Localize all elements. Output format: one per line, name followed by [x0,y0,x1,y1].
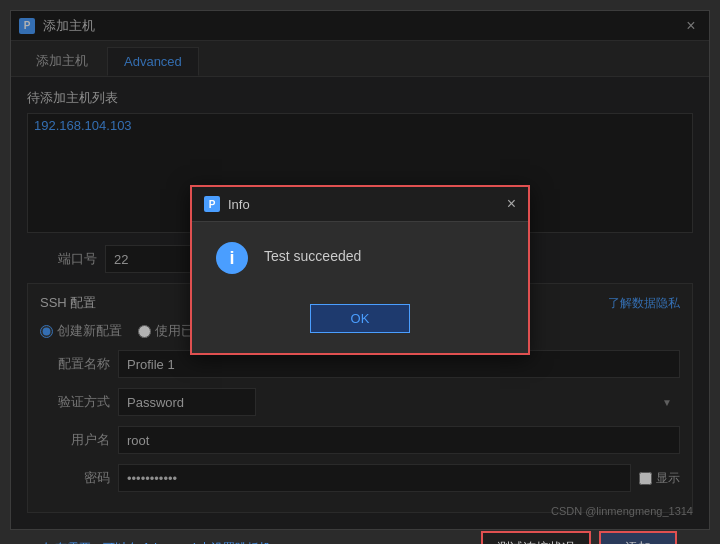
dialog-title-left: P Info [204,196,250,212]
dialog-title-bar: P Info × [192,187,528,222]
dialog-title-text: Info [228,197,250,212]
dialog-body: i Test succeeded [192,222,528,294]
bottom-actions: 测试连接状况 添加 [481,531,677,544]
dialog-close-button[interactable]: × [507,195,516,213]
test-connection-button[interactable]: 测试连接状况 [481,531,591,544]
dialog-footer: OK [192,294,528,353]
confirm-add-button[interactable]: 添加 [599,531,677,544]
ok-button[interactable]: OK [310,304,411,333]
dialog-message: Test succeeded [264,242,361,264]
info-dialog: P Info × i Test succeeded OK [190,185,530,355]
info-icon: i [216,242,248,274]
dialog-app-icon: P [204,196,220,212]
hint-text: 如有需要，可以在 Advanced 中设置跳板机 [43,540,271,545]
dialog-overlay: P Info × i Test succeeded OK [11,11,709,529]
info-icon-label: i [229,248,234,269]
main-window: P 添加主机 × 添加主机 Advanced 待添加主机列表 192.168.1… [10,10,710,530]
